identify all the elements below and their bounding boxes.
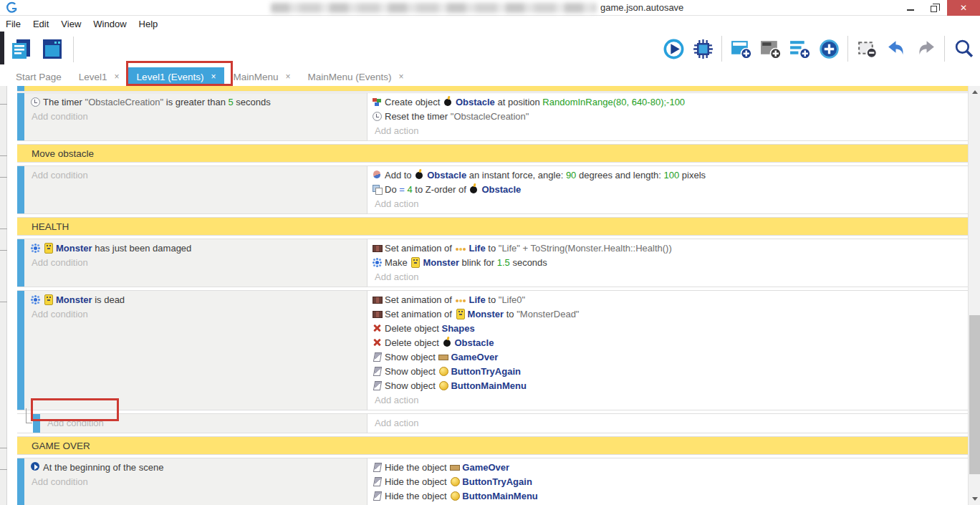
event-row[interactable]: Add conditionAdd to Obstacle an instant … xyxy=(17,165,968,214)
obstacle-icon xyxy=(414,170,425,180)
tab-mainmenu[interactable]: MainMenu × xyxy=(224,67,299,86)
event-selection-bar[interactable] xyxy=(17,166,24,213)
action-line[interactable]: Show object ButtonMainMenu xyxy=(368,379,968,393)
add-action-button[interactable]: Add action xyxy=(368,197,968,211)
gdevelop-logo-icon xyxy=(6,1,18,16)
add-condition-button[interactable]: Add condition xyxy=(24,256,367,270)
add-subevent-icon[interactable] xyxy=(758,36,782,62)
event-selection-bar[interactable] xyxy=(17,291,24,410)
button-icon xyxy=(449,476,460,486)
action-line[interactable]: Hide the object ButtonMainMenu xyxy=(368,489,968,504)
event-row[interactable]: The timer "ObstacleCreation" is greater … xyxy=(17,92,968,141)
condition-line[interactable]: Monster is dead xyxy=(24,293,367,307)
sub-event-row[interactable]: Add conditionAdd action xyxy=(17,413,968,433)
text-segment: Obstacle xyxy=(481,184,521,195)
close-icon[interactable]: × xyxy=(211,72,216,82)
action-line[interactable]: Delete object Obstacle xyxy=(368,336,968,350)
tab-level1-events[interactable]: Level1 (Events) × xyxy=(128,67,225,86)
close-icon[interactable]: × xyxy=(399,72,404,82)
event-selection-bar[interactable] xyxy=(17,93,24,140)
scrollbar-thumb[interactable] xyxy=(969,315,980,474)
redo-icon[interactable] xyxy=(913,36,938,62)
action-line[interactable]: Hide the object GameOver xyxy=(368,461,968,475)
event-row[interactable]: Monster is deadAdd conditionSet animatio… xyxy=(17,290,968,410)
remove-event-icon[interactable] xyxy=(855,36,879,62)
text-segment: Shapes xyxy=(442,323,475,334)
behavior-icon xyxy=(30,294,41,304)
action-line[interactable]: Create object Obstacle at position Rando… xyxy=(368,95,968,110)
menu-help[interactable]: Help xyxy=(139,17,166,31)
debug-icon[interactable] xyxy=(691,36,715,62)
action-line[interactable]: Show object GameOver xyxy=(368,350,968,365)
add-event-icon[interactable] xyxy=(729,36,753,62)
add-condition-button[interactable]: Add condition xyxy=(24,110,367,124)
add-comment-icon[interactable] xyxy=(787,36,812,62)
life-icon xyxy=(455,294,467,304)
action-line[interactable]: Reset the timer "ObstacleCreation" xyxy=(368,110,968,124)
add-condition-button[interactable]: Add condition xyxy=(24,168,367,183)
menu-window[interactable]: Window xyxy=(93,17,134,31)
add-action-button[interactable]: Add action xyxy=(368,393,968,408)
play-icon[interactable] xyxy=(661,36,686,62)
visibility-icon xyxy=(372,491,383,501)
comment-row[interactable]: Move obstacle xyxy=(17,144,968,163)
event-selection-bar[interactable] xyxy=(17,86,24,91)
vertical-scrollbar[interactable] xyxy=(968,86,980,505)
scroll-down-arrow[interactable] xyxy=(969,493,980,505)
add-condition-button[interactable]: Add condition xyxy=(24,475,367,489)
condition-line[interactable]: At the beginning of the scene xyxy=(24,461,367,475)
add-condition-button[interactable]: Add condition xyxy=(24,307,367,322)
action-line[interactable]: Set animation of Monster to "MonsterDead… xyxy=(368,307,968,322)
comment-row-partial[interactable] xyxy=(17,86,968,92)
add-circle-icon[interactable] xyxy=(817,36,841,62)
text-segment: The timer xyxy=(43,97,85,107)
comment-row[interactable]: GAME OVER xyxy=(17,436,968,455)
text-segment: Life xyxy=(469,294,486,305)
scene-editor-icon[interactable] xyxy=(40,37,64,62)
event-row[interactable]: Monster has just been damagedAdd conditi… xyxy=(17,239,968,287)
add-action-button[interactable]: Add action xyxy=(368,416,968,431)
event-selection-bar[interactable] xyxy=(33,414,40,433)
tab-level1[interactable]: Level1 × xyxy=(70,67,128,86)
add-condition-button[interactable]: Add condition xyxy=(40,416,367,431)
menu-view[interactable]: View xyxy=(61,17,89,31)
close-icon[interactable]: × xyxy=(285,72,290,82)
event-selection-bar[interactable] xyxy=(17,458,24,505)
create-object-icon xyxy=(372,97,383,107)
event-row[interactable]: At the beginning of the sceneAdd conditi… xyxy=(17,458,968,505)
tab-label: MainMenu (Events) xyxy=(307,72,391,82)
action-line[interactable]: Set animation of Life to "Life0" xyxy=(368,293,968,307)
tree-connector xyxy=(26,408,32,423)
project-manager-icon[interactable] xyxy=(9,37,33,62)
add-action-button[interactable]: Add action xyxy=(368,124,968,138)
tab-mainmenu-events[interactable]: MainMenu (Events) × xyxy=(299,67,412,86)
action-line[interactable]: Show object ButtonTryAgain xyxy=(368,365,968,379)
action-line[interactable]: Do = 4 to Z-order of Obstacle xyxy=(368,183,968,197)
condition-line[interactable]: Monster has just been damaged xyxy=(24,241,367,256)
action-line[interactable]: Delete object Shapes xyxy=(368,322,968,336)
add-action-button[interactable]: Add action xyxy=(368,270,968,284)
text-segment: an instant force, angle: xyxy=(466,170,566,181)
close-button[interactable]: ✕ xyxy=(947,0,980,16)
restore-button[interactable] xyxy=(923,0,947,16)
action-line[interactable]: Make Monster blink for 1.5 seconds xyxy=(368,256,968,270)
condition-line[interactable]: The timer "ObstacleCreation" is greater … xyxy=(24,95,367,110)
tree-tick xyxy=(0,177,7,178)
text-segment: 90 xyxy=(566,170,576,181)
tab-start-page[interactable]: Start Page xyxy=(7,67,70,86)
tree-tick xyxy=(0,250,7,251)
search-icon[interactable] xyxy=(951,36,976,62)
action-line[interactable]: Set animation of Life to "Life" + ToStri… xyxy=(368,241,968,256)
event-selection-bar[interactable] xyxy=(17,239,24,287)
text-segment: Set animation of xyxy=(385,309,455,319)
menu-edit[interactable]: Edit xyxy=(33,17,57,31)
scroll-up-arrow[interactable] xyxy=(969,86,980,98)
action-line[interactable]: Add to Obstacle an instant force, angle:… xyxy=(368,168,968,183)
undo-icon[interactable] xyxy=(884,36,908,62)
menu-file[interactable]: File xyxy=(6,17,29,31)
minimize-button[interactable] xyxy=(898,0,923,16)
delete-object-icon xyxy=(372,337,383,347)
action-line[interactable]: Hide the object ButtonTryAgain xyxy=(368,475,968,489)
comment-row[interactable]: HEALTH xyxy=(17,217,968,236)
close-icon[interactable]: × xyxy=(115,72,120,82)
